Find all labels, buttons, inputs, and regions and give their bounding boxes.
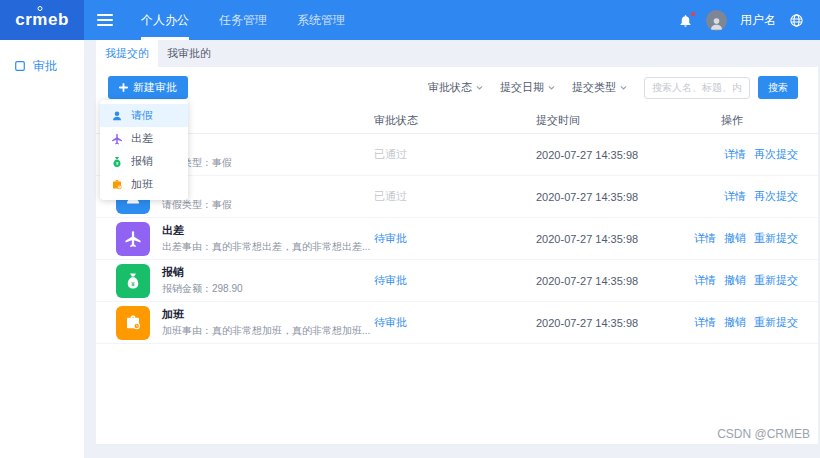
detail-link[interactable]: 详情 [694,231,716,246]
search-input[interactable] [644,77,750,99]
status-badge: 待审批 [374,315,536,330]
filter-bar: 审批状态 提交日期 提交类型 搜索 [428,76,798,99]
top-nav-menu: 个人办公 任务管理 系统管理 [126,0,360,40]
filter-submit-date[interactable]: 提交日期 [500,80,556,95]
menu-collapse-icon[interactable] [84,0,126,40]
notification-badge [690,11,696,17]
revoke-link[interactable]: 撤销 [724,273,746,288]
top-navbar: crmeb 个人办公 任务管理 系统管理 用户名 [0,0,820,40]
plane-icon [116,222,150,256]
detail-link[interactable]: 详情 [694,273,716,288]
chevron-down-icon [547,83,556,92]
status-badge: 待审批 [374,273,536,288]
navbar-right: 用户名 [678,0,820,40]
dropdown-item-overtime[interactable]: 加班 [100,173,188,196]
briefcase-clock-icon [116,306,150,340]
plus-icon [119,83,128,92]
money-bag-icon: ¥ [111,156,123,168]
row-time: 2020-07-27 14:35:98 [536,149,666,161]
table-row: 出差 出差事由：真的非常想出差，真的非常想出差... 待审批 2020-07-2… [96,218,818,260]
row-time: 2020-07-27 14:35:98 [536,191,666,203]
col-header-action: 操作 [666,113,798,128]
status-badge: 已通过 [374,189,536,204]
plane-icon [111,133,123,145]
detail-link[interactable]: 详情 [694,315,716,330]
avatar[interactable] [706,10,727,31]
tab-my-approved[interactable]: 我审批的 [158,40,220,67]
row-subtitle: 出差事由：真的非常想出差，真的非常想出差... [162,240,370,254]
sidebar-item-approval[interactable]: 审批 [0,49,84,83]
chevron-down-icon [619,83,628,92]
notification-bell-icon[interactable] [678,13,693,28]
search-button[interactable]: 搜索 [758,76,798,99]
resubmit-link[interactable]: 重新提交 [754,231,798,246]
dropdown-item-business-trip[interactable]: 出差 [100,127,188,150]
col-header-time: 提交时间 [536,113,666,128]
status-badge: 待审批 [374,231,536,246]
table-row: 请假 请假类型：事假 已通过 2020-07-27 14:35:98 详情 再次… [96,134,818,176]
table-header: 审批状态 提交时间 操作 [96,107,818,134]
filter-submit-type[interactable]: 提交类型 [572,80,628,95]
dropdown-item-reimbursement[interactable]: ¥ 报销 [100,150,188,173]
row-title: 出差 [162,223,370,237]
main-area: 我提交的 我审批的 新建审批 审批状态 提交日期 [84,40,820,458]
resubmit-link[interactable]: 重新提交 [754,315,798,330]
content-card: 新建审批 审批状态 提交日期 提交类型 [96,67,818,444]
brand-logo: crmeb [0,0,84,40]
watermark: CSDN @CRMEB [717,427,810,441]
row-subtitle: 报销金额：298.90 [162,282,243,296]
briefcase-clock-icon [111,179,123,191]
sidebar-item-label: 审批 [33,58,57,75]
resubmit-link[interactable]: 重新提交 [754,273,798,288]
tab-my-submitted[interactable]: 我提交的 [96,40,158,67]
chevron-down-icon [475,83,484,92]
resubmit-link[interactable]: 再次提交 [754,147,798,162]
filter-approval-status[interactable]: 审批状态 [428,80,484,95]
col-header-status: 审批状态 [374,113,536,128]
person-icon [111,110,123,122]
row-title: 报销 [162,265,243,279]
approval-icon [14,60,26,72]
detail-link[interactable]: 详情 [724,189,746,204]
sidebar: 审批 [0,40,84,458]
row-subtitle: 加班事由：真的非常想加班，真的非常想加班... [162,324,370,338]
toolbar: 新建审批 审批状态 提交日期 提交类型 [96,67,818,107]
row-time: 2020-07-27 14:35:98 [536,275,666,287]
new-approval-dropdown: 请假 出差 ¥ 报销 加班 [100,100,188,200]
row-title: 加班 [162,307,370,321]
new-approval-button[interactable]: 新建审批 [108,76,188,99]
nav-item-personal-office[interactable]: 个人办公 [126,0,204,40]
revoke-link[interactable]: 撤销 [724,231,746,246]
tab-bar: 我提交的 我审批的 [96,40,820,67]
row-time: 2020-07-27 14:35:98 [536,233,666,245]
nav-item-system-management[interactable]: 系统管理 [282,0,360,40]
detail-link[interactable]: 详情 [724,147,746,162]
revoke-link[interactable]: 撤销 [724,315,746,330]
table-row: 请假 请假类型：事假 已通过 2020-07-27 14:35:98 详情 再次… [96,176,818,218]
dropdown-item-leave[interactable]: 请假 [100,104,188,127]
row-time: 2020-07-27 14:35:98 [536,317,666,329]
username-label[interactable]: 用户名 [740,12,776,29]
globe-icon[interactable] [789,13,804,28]
status-badge: 已通过 [374,147,536,162]
table-row: 加班 加班事由：真的非常想加班，真的非常想加班... 待审批 2020-07-2… [96,302,818,344]
nav-item-task-management[interactable]: 任务管理 [204,0,282,40]
table-row: ¥ 报销 报销金额：298.90 待审批 2020-07-27 14:35:98… [96,260,818,302]
resubmit-link[interactable]: 再次提交 [754,189,798,204]
money-bag-icon: ¥ [116,264,150,298]
